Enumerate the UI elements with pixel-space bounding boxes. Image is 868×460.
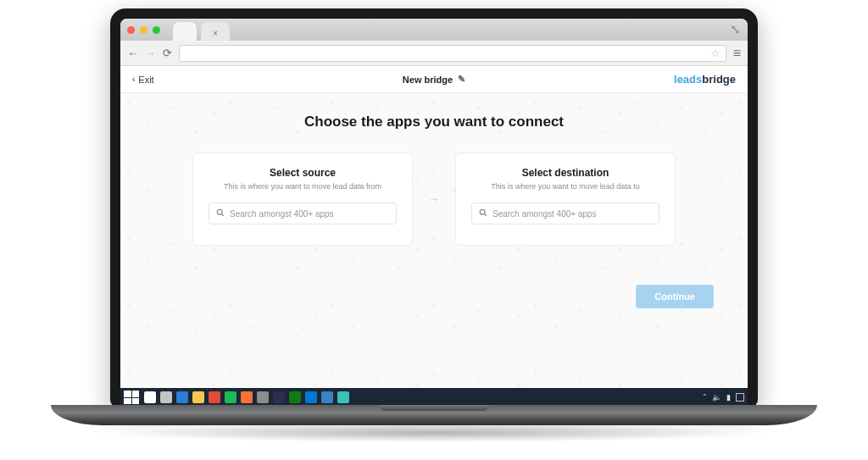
logo-leads: leads (674, 73, 702, 86)
source-subtitle: This is where you want to move lead data… (209, 182, 397, 191)
laptop-base (51, 405, 817, 425)
maximize-window-button[interactable] (153, 26, 160, 34)
taskbar-vscode-icon[interactable] (305, 391, 317, 403)
taskbar-chrome-icon[interactable] (209, 391, 220, 403)
bookmark-star-icon[interactable]: ☆ (710, 47, 721, 59)
window-controls (127, 26, 160, 34)
app-header: ‹ Exit New bridge ✎ leadsbridge (120, 66, 748, 93)
taskbar-mail-icon[interactable] (176, 391, 188, 403)
destination-title: Select destination (471, 167, 659, 179)
taskbar-store-icon[interactable] (321, 391, 333, 403)
laptop-shadow (119, 424, 749, 442)
tray-battery-icon[interactable]: ▮ (726, 393, 731, 402)
destination-search-wrap[interactable] (471, 202, 659, 224)
arrow-right-icon: → (428, 192, 440, 206)
start-button[interactable] (124, 391, 139, 404)
taskbar-xbox-icon[interactable] (289, 391, 301, 403)
bridge-title-group: New bridge ✎ (403, 74, 465, 85)
source-title: Select source (209, 167, 397, 179)
taskbar-task-view-icon[interactable] (160, 391, 172, 403)
svg-point-0 (217, 209, 222, 214)
exit-button[interactable]: ‹ Exit (132, 75, 154, 85)
main-content: Choose the apps you want to connect Sele… (120, 93, 748, 388)
svg-line-1 (221, 213, 224, 216)
minimize-window-button[interactable] (140, 26, 147, 34)
browser-tab[interactable]: × (201, 22, 230, 41)
destination-card: Select destination This is where you wan… (455, 152, 676, 246)
logo: leadsbridge (674, 73, 736, 86)
page-title: New bridge (403, 75, 453, 85)
reload-button[interactable]: ⟳ (163, 47, 172, 59)
taskbar-search-icon[interactable] (144, 391, 156, 403)
svg-point-2 (480, 209, 485, 214)
browser-tab-strip: × ⤢ (120, 19, 748, 41)
taskbar-edge-icon[interactable] (337, 391, 349, 403)
screen: × ⤢ ← → ⟳ ☆ ≡ ‹ Exit New bridge ✎ (120, 19, 748, 407)
taskbar-settings-icon[interactable] (257, 391, 269, 403)
search-icon (479, 208, 487, 219)
taskbar-spotify-icon[interactable] (225, 391, 236, 403)
taskbar-firefox-icon[interactable] (241, 391, 253, 403)
back-button[interactable]: ← (127, 47, 139, 60)
tab-close-icon[interactable]: × (213, 29, 218, 38)
destination-search-input[interactable] (492, 209, 652, 219)
cards-row: Select source This is where you want to … (192, 152, 676, 246)
address-bar[interactable]: ☆ (179, 45, 726, 62)
system-tray[interactable]: ˄ 🔈 ▮ (703, 393, 744, 402)
chevron-left-icon: ‹ (132, 75, 135, 84)
exit-label: Exit (138, 75, 153, 85)
main-heading: Choose the apps you want to connect (304, 114, 564, 130)
expand-icon[interactable]: ⤢ (729, 25, 743, 35)
nav-arrows: ← → (127, 47, 156, 60)
browser-tab-active[interactable] (173, 22, 197, 41)
browser-menu-button[interactable]: ≡ (733, 46, 741, 61)
edit-title-icon[interactable]: ✎ (458, 74, 465, 85)
source-search-wrap[interactable] (209, 202, 397, 224)
forward-button: → (144, 47, 156, 60)
taskbar: ˄ 🔈 ▮ (120, 388, 748, 407)
taskbar-eclipse-icon[interactable] (273, 391, 285, 403)
taskbar-explorer-icon[interactable] (192, 391, 204, 403)
close-window-button[interactable] (127, 26, 135, 34)
destination-subtitle: This is where you want to move lead data… (471, 182, 659, 191)
tray-chevron-up-icon[interactable]: ˄ (703, 393, 707, 402)
taskbar-icons (144, 391, 349, 403)
tray-notifications-icon[interactable] (736, 393, 744, 402)
tray-sound-icon[interactable]: 🔈 (712, 393, 721, 402)
svg-line-3 (484, 213, 487, 216)
source-card: Select source This is where you want to … (192, 152, 413, 246)
source-search-input[interactable] (230, 209, 389, 219)
browser-toolbar: ← → ⟳ ☆ ≡ (120, 41, 748, 66)
continue-button[interactable]: Continue (636, 285, 714, 308)
laptop-frame: × ⤢ ← → ⟳ ☆ ≡ ‹ Exit New bridge ✎ (110, 8, 758, 407)
search-icon (216, 208, 225, 219)
logo-bridge: bridge (702, 73, 736, 86)
